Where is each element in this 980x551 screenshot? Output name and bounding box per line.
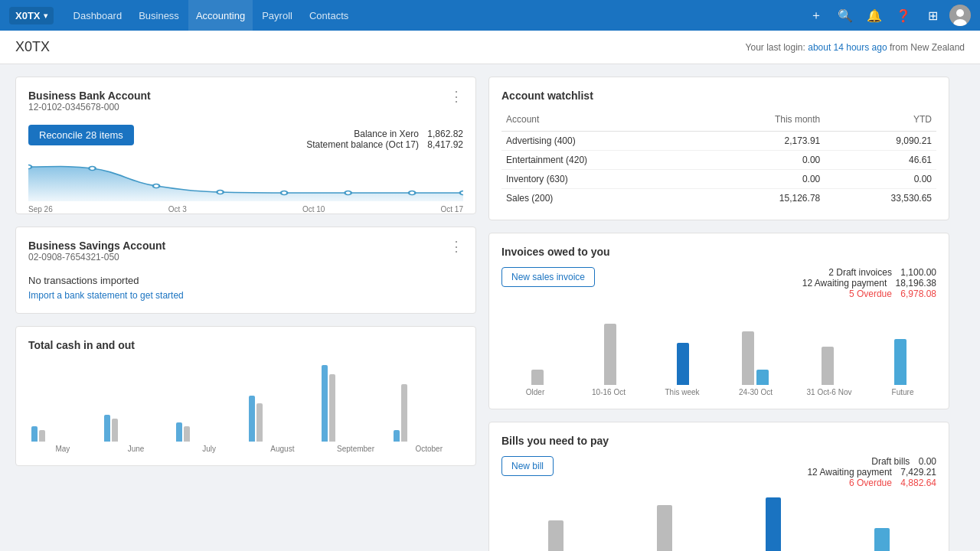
watchlist-entertainment-month: 0.00: [703, 151, 825, 170]
invoice-label-1016: 10-16 Oct: [575, 388, 642, 396]
invoice-thisweek-blue: [677, 343, 689, 385]
invoice-overdue-value: 6,978.08: [900, 289, 936, 299]
savings-title-wrap: Business Savings Account 02-0908-7654321…: [28, 240, 165, 272]
apps-icon[interactable]: ⊞: [920, 3, 945, 28]
add-icon[interactable]: ＋: [804, 3, 828, 28]
bank-date-3: Oct 10: [302, 205, 325, 214]
watchlist-inventory-month: 0.00: [703, 170, 825, 189]
last-login-time[interactable]: about 14 hours ago: [808, 42, 887, 53]
cash-bar-august-out: [256, 403, 263, 442]
watchlist-card: Account watchlist Account This month YTD…: [488, 77, 949, 220]
bills-thisweek-bars: [766, 497, 781, 551]
cash-bar-september: [322, 365, 388, 442]
invoice-future-bars: [894, 339, 906, 385]
watchlist-advertising-ytd: 9,090.21: [825, 132, 936, 151]
invoice-bar-2430: [722, 331, 789, 385]
bank-card-header: Business Bank Account 12-0102-0345678-00…: [28, 90, 463, 122]
savings-account-card: Business Savings Account 02-0908-7654321…: [15, 227, 476, 314]
cash-chart-title: Total cash in and out: [28, 339, 463, 351]
invoice-draft-label: 2 Draft invoices: [828, 267, 892, 278]
bills-draft-row: Draft bills 0.00: [807, 456, 936, 467]
last-login-suffix: from New Zealand: [887, 42, 965, 53]
invoice-2430-bars: [742, 331, 769, 385]
bills-2430-bars: [874, 528, 890, 551]
bank-account-title: Business Bank Account: [28, 90, 151, 102]
invoice-future-blue: [894, 339, 906, 385]
avatar[interactable]: [949, 5, 971, 26]
savings-menu-icon[interactable]: ⋮: [449, 240, 463, 253]
invoice-overdue-label: 5 Overdue: [849, 289, 892, 299]
invoices-title: Invoices owed to you: [501, 246, 936, 258]
search-icon[interactable]: 🔍: [833, 3, 858, 28]
main-content: Business Bank Account 12-0102-0345678-00…: [0, 64, 965, 551]
bills-header: New bill Draft bills 0.00 12 Awaiting pa…: [501, 456, 936, 488]
brand-chevron: ▾: [44, 11, 47, 20]
bank-menu-icon[interactable]: ⋮: [449, 90, 463, 103]
savings-account-title: Business Savings Account: [28, 240, 165, 252]
watchlist-col-account: Account: [501, 111, 703, 132]
import-statement-link[interactable]: Import a bank statement to get started: [28, 290, 184, 301]
cash-label-july: July: [175, 445, 243, 453]
invoice-1016-bars: [604, 324, 616, 385]
help-icon[interactable]: ❓: [891, 3, 916, 28]
bills-older-bars: [548, 520, 564, 551]
balance-info: Balance in Xero 1,862.82 Statement balan…: [306, 129, 463, 150]
sub-header: X0TX Your last login: about 14 hours ago…: [0, 31, 980, 64]
cash-label-august: August: [248, 445, 317, 453]
invoice-overdue-row: 5 Overdue 6,978.08: [802, 289, 936, 299]
nav-accounting[interactable]: Accounting: [188, 0, 253, 31]
brand-label: X0TX: [15, 10, 41, 21]
invoice-awaiting-label: 12 Awaiting payment: [802, 278, 887, 289]
bills-awaiting-row: 12 Awaiting payment 7,429.21: [807, 467, 936, 478]
invoice-label-2430: 24-30 Oct: [722, 388, 789, 396]
bills-1016-gray: [657, 505, 672, 551]
watchlist-advertising-name: Advertising (400): [501, 132, 703, 151]
bills-draft-label: Draft bills: [871, 456, 910, 467]
svg-point-8: [345, 191, 351, 195]
nav-payroll[interactable]: Payroll: [254, 0, 300, 31]
nav-business[interactable]: Business: [131, 0, 187, 31]
invoice-bar-31oct: [795, 347, 861, 385]
watchlist-row-entertainment: Entertainment (420) 0.00 46.61: [501, 151, 936, 170]
invoice-31oct-gray: [822, 347, 834, 385]
nav-dashboard[interactable]: Dashboard: [66, 0, 130, 31]
watchlist-inventory-name: Inventory (630): [501, 170, 703, 189]
svg-point-5: [153, 184, 159, 188]
cash-bar-may-out: [39, 430, 45, 442]
svg-point-1: [956, 9, 964, 17]
invoice-awaiting-row: 12 Awaiting payment 18,196.38: [802, 278, 936, 289]
reconcile-button[interactable]: Reconcile 28 items: [28, 125, 134, 145]
bills-bar-2430: [831, 528, 933, 551]
cash-bar-june-out: [112, 419, 118, 442]
watchlist-entertainment-ytd: 46.61: [825, 151, 936, 170]
cash-bar-chart: [28, 357, 463, 442]
watchlist-col-thismonth: This month: [703, 111, 825, 132]
savings-card-header: Business Savings Account 02-0908-7654321…: [28, 240, 463, 272]
balance-in-xero-row: Balance in Xero 1,862.82: [306, 129, 463, 139]
new-sales-invoice-button[interactable]: New sales invoice: [501, 267, 595, 287]
bills-draft-value: 0.00: [919, 456, 936, 467]
statement-balance-row: Statement balance (Oct 17) 8,417.92: [306, 139, 463, 150]
invoices-amounts: 2 Draft invoices 1,100.00 12 Awaiting pa…: [802, 267, 936, 299]
cash-bar-july-in: [176, 422, 182, 442]
cash-label-june: June: [102, 445, 171, 453]
bills-thisweek-blue: [766, 497, 781, 551]
svg-point-9: [409, 191, 415, 195]
invoice-31oct-bars: [822, 347, 834, 385]
cash-bar-sep-out: [329, 374, 335, 442]
invoice-2430-blue: [756, 370, 769, 385]
watchlist-row-inventory: Inventory (630) 0.00 0.00: [501, 170, 936, 189]
bills-older-gray: [548, 520, 564, 551]
nav-contacts[interactable]: Contacts: [302, 0, 356, 31]
brand-button[interactable]: X0TX ▾: [9, 7, 54, 24]
invoice-awaiting-value: 18,196.38: [896, 278, 936, 289]
cash-bar-oct-out: [401, 384, 407, 442]
bills-awaiting-label: 12 Awaiting payment: [807, 467, 892, 478]
bank-date-1: Sep 26: [28, 205, 53, 214]
bank-account-card: Business Bank Account 12-0102-0345678-00…: [15, 77, 476, 214]
cash-label-may: May: [28, 445, 97, 453]
notifications-icon[interactable]: 🔔: [862, 3, 887, 28]
new-bill-button[interactable]: New bill: [501, 456, 554, 476]
bank-chart: Sep 26 Oct 3 Oct 10 Oct 17: [28, 159, 463, 201]
watchlist-inventory-ytd: 0.00: [825, 170, 936, 189]
